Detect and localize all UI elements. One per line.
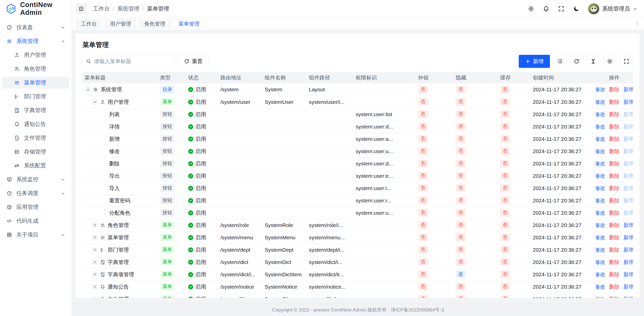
reset-button[interactable]: 重置 [178, 55, 208, 68]
cell-type: 目录 [157, 83, 186, 96]
delete-link[interactable]: 删除 [609, 185, 620, 192]
delete-link[interactable]: 删除 [609, 271, 620, 278]
notifications-button[interactable] [543, 6, 549, 12]
sidebar-item-系统管理[interactable]: 系统管理 [3, 35, 69, 47]
tree-toggle[interactable] [92, 235, 98, 240]
add-link[interactable]: 新增 [623, 259, 633, 266]
modify-link[interactable]: 修改 [596, 271, 605, 278]
modify-link[interactable]: 修改 [596, 99, 605, 106]
sidebar-item-应用管理[interactable]: 应用管理 [3, 201, 69, 213]
modify-link[interactable]: 修改 [596, 259, 605, 266]
delete-link[interactable]: 删除 [609, 283, 620, 290]
cell-component-name: SystemNotice [262, 281, 306, 293]
user-menu[interactable]: 系统管理员 [588, 3, 637, 14]
sidebar-item-用户管理[interactable]: 用户管理 [3, 49, 69, 61]
sidebar-item-系统配置[interactable]: 系统配置 [3, 160, 69, 172]
delete-link[interactable]: 删除 [609, 296, 620, 298]
reset-label: 重置 [192, 58, 203, 65]
delete-link[interactable]: 删除 [609, 111, 620, 118]
modify-link[interactable]: 修改 [596, 172, 605, 179]
add-link[interactable]: 新增 [623, 222, 633, 229]
modify-link[interactable]: 修改 [596, 197, 605, 204]
delete-link[interactable]: 删除 [609, 160, 620, 167]
sidebar-item-任务调度[interactable]: 任务调度 [3, 187, 69, 199]
sidebar-item-通知公告[interactable]: 通知公告 [3, 118, 69, 130]
sidebar-item-部门管理[interactable]: 部门管理 [3, 91, 69, 103]
modify-link[interactable]: 修改 [596, 209, 605, 216]
search-input[interactable] [94, 58, 171, 64]
sidebar-item-存储管理[interactable]: 存储管理 [3, 146, 69, 158]
delete-link[interactable]: 删除 [609, 259, 620, 266]
modify-link[interactable]: 修改 [596, 222, 605, 229]
tree-toggle[interactable] [92, 247, 98, 253]
table-fullscreen-button[interactable] [620, 55, 633, 68]
breadcrumb-item-工作台[interactable]: 工作台 [93, 5, 110, 13]
settings-button[interactable] [528, 6, 534, 12]
tab-用户管理[interactable]: 用户管理 [105, 19, 136, 28]
tree-toggle[interactable] [92, 99, 98, 105]
delete-link[interactable]: 删除 [609, 99, 620, 106]
column-settings-button[interactable] [603, 55, 616, 68]
add-link[interactable]: 新增 [623, 271, 633, 278]
cell-external: 否 [416, 256, 453, 268]
delete-link[interactable]: 删除 [609, 172, 620, 179]
modify-link[interactable]: 修改 [596, 234, 605, 241]
expand-rows-button[interactable] [553, 55, 567, 68]
modify-link[interactable]: 修改 [596, 123, 605, 130]
modify-link[interactable]: 修改 [596, 283, 605, 290]
tab-角色管理[interactable]: 角色管理 [139, 19, 170, 28]
sidebar-item-菜单管理[interactable]: 菜单管理 [3, 77, 69, 89]
modify-link[interactable]: 修改 [596, 136, 605, 143]
refresh-table-button[interactable] [570, 55, 583, 68]
cell-type: 菜单 [157, 268, 186, 281]
sidebar-collapse-button[interactable] [76, 4, 87, 14]
breadcrumb-item-系统管理[interactable]: 系统管理 [117, 5, 139, 13]
modify-link[interactable]: 修改 [596, 111, 605, 118]
tree-toggle[interactable] [92, 222, 98, 228]
delete-link[interactable]: 删除 [609, 136, 620, 143]
delete-link[interactable]: 删除 [609, 123, 620, 130]
cell-cache: 否 [498, 219, 530, 231]
add-link[interactable]: 新增 [623, 86, 633, 93]
row-height-button[interactable] [587, 55, 600, 68]
tree-toggle[interactable] [92, 284, 98, 290]
table-row: 部门管理菜单启用/system/deptSystemDeptsystem/dep… [82, 244, 633, 256]
sidebar-item-关于项目[interactable]: 关于项目 [3, 229, 69, 241]
sidebar-item-字典管理[interactable]: 字典管理 [3, 104, 69, 116]
modify-link[interactable]: 修改 [596, 160, 605, 167]
tree-toggle[interactable] [92, 296, 98, 298]
sidebar-item-代码生成[interactable]: 代码生成 [3, 215, 69, 227]
delete-link[interactable]: 删除 [609, 86, 620, 93]
add-link[interactable]: 新增 [623, 246, 633, 253]
cell-type: 菜单 [157, 256, 186, 268]
sidebar-item-系统监控[interactable]: 系统监控 [3, 173, 69, 186]
sidebar-item-仪表盘[interactable]: 仪表盘 [3, 21, 69, 33]
modify-link[interactable]: 修改 [596, 148, 605, 155]
delete-link[interactable]: 删除 [609, 209, 620, 216]
delete-link[interactable]: 删除 [609, 197, 620, 204]
add-link[interactable]: 新增 [623, 234, 633, 241]
tree-toggle[interactable] [85, 87, 91, 92]
tree-toggle[interactable] [92, 272, 98, 277]
add-link[interactable]: 新增 [623, 99, 633, 106]
sidebar-item-角色管理[interactable]: 角色管理 [3, 63, 69, 75]
modify-link[interactable]: 修改 [596, 246, 605, 253]
add-link[interactable]: 新增 [623, 296, 633, 298]
modify-link[interactable]: 修改 [596, 185, 605, 192]
delete-link[interactable]: 删除 [609, 222, 620, 229]
delete-link[interactable]: 删除 [609, 246, 620, 253]
modify-link[interactable]: 修改 [596, 296, 605, 298]
tab-menu-button[interactable] [634, 21, 640, 27]
dark-mode-toggle[interactable] [573, 6, 580, 12]
add-button[interactable]: 新增 [519, 55, 550, 68]
sidebar-item-文件管理[interactable]: 文件管理 [3, 132, 69, 144]
fullscreen-button[interactable] [558, 6, 565, 12]
tab-菜单管理[interactable]: 菜单管理 [173, 19, 205, 28]
tree-toggle[interactable] [92, 259, 98, 265]
add-link[interactable]: 新增 [623, 283, 633, 290]
modify-link[interactable]: 修改 [596, 86, 605, 93]
delete-link[interactable]: 删除 [609, 148, 620, 155]
delete-link[interactable]: 删除 [609, 234, 620, 241]
check-icon [188, 297, 193, 298]
tab-工作台[interactable]: 工作台 [76, 19, 102, 28]
